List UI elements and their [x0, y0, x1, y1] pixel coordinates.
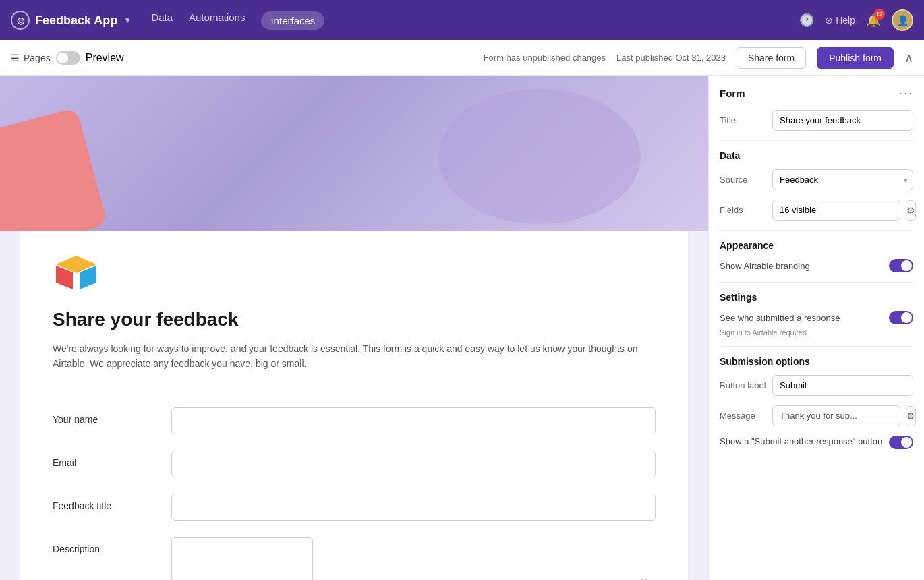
textarea-wrapper: @	[171, 537, 656, 580]
submit-another-row: Show a "Submit another response" button	[720, 436, 913, 449]
panel-title-label: Title	[720, 115, 767, 125]
preview-switch-knob	[57, 53, 68, 63]
toolbar: ☰ Pages Preview Form has unpublished cha…	[0, 40, 924, 76]
unpublished-status: Form has unpublished changes	[484, 53, 606, 63]
show-branding-toggle[interactable]	[889, 259, 913, 272]
submit-another-label: Show a "Submit another response" button	[720, 436, 884, 448]
app-icon: ◎	[11, 11, 30, 30]
panel-title-row: Title	[720, 110, 913, 131]
submit-another-toggle[interactable]	[889, 436, 913, 449]
preview-toggle[interactable]: Preview	[56, 51, 124, 65]
field-email-label: Email	[53, 451, 161, 468]
toolbar-status: Form has unpublished changes Last publis…	[484, 53, 726, 63]
nav-interfaces[interactable]: Interfaces	[261, 11, 324, 30]
panel-source-row: Source Feedback ▾	[720, 169, 913, 190]
help-button[interactable]: ⊘ Help	[825, 15, 855, 26]
nav-data[interactable]: Data	[151, 11, 173, 30]
panel-message-label: Message	[720, 411, 767, 421]
form-canvas: Share your feedback We're always looking…	[0, 76, 708, 580]
last-published: Last published Oct 31, 2023	[616, 53, 726, 63]
form-header-bg	[0, 76, 708, 231]
panel-fields-label: Fields	[720, 205, 767, 215]
see-who-toggle[interactable]	[889, 311, 913, 324]
history-button[interactable]: 🕐	[799, 13, 814, 28]
panel-form-header: Form ···	[720, 86, 913, 100]
avatar[interactable]: 👤	[892, 9, 913, 31]
publish-form-button[interactable]: Publish form	[817, 47, 894, 69]
notification-badge: 12	[874, 9, 885, 20]
field-feedback-title: Feedback title	[53, 494, 656, 521]
show-branding-knob	[901, 260, 912, 271]
notification-button[interactable]: 🔔 12	[866, 13, 881, 28]
field-description-label: Description	[53, 537, 161, 554]
panel-settings-label: Settings	[720, 292, 913, 303]
see-who-knob	[901, 312, 912, 323]
form-title: Share your feedback	[53, 309, 656, 330]
field-your-name-input[interactable]	[171, 407, 656, 434]
field-description: Description @	[53, 537, 656, 580]
panel-fields-row: Fields ⚙	[720, 200, 913, 221]
panel-title-input[interactable]	[772, 110, 913, 131]
field-your-name-label: Your name	[53, 407, 161, 425]
see-who-label: See who submitted a response	[720, 313, 840, 323]
source-select-wrapper: Feedback ▾	[772, 169, 913, 190]
main-layout: Share your feedback We're always looking…	[0, 76, 924, 580]
field-feedback-title-input[interactable]	[171, 494, 656, 521]
panel-form-title: Form	[720, 88, 745, 99]
hamburger-icon: ☰	[11, 53, 20, 63]
panel-message-input[interactable]	[772, 405, 900, 426]
form-body: Share your feedback We're always looking…	[20, 231, 688, 580]
see-who-row: See who submitted a response	[720, 311, 913, 324]
app-brand[interactable]: ◎ Feedback App ▾	[11, 11, 129, 30]
field-email: Email	[53, 451, 656, 477]
collapse-button[interactable]: ∧	[904, 51, 913, 65]
preview-switch[interactable]	[56, 51, 80, 65]
preview-label: Preview	[86, 52, 124, 64]
nav-links: Data Automations Interfaces	[151, 11, 324, 30]
field-email-input[interactable]	[171, 451, 656, 477]
submit-another-knob	[901, 437, 912, 448]
field-feedback-title-label: Feedback title	[53, 494, 161, 511]
panel-source-label: Source	[720, 175, 767, 185]
panel-message-gear-button[interactable]: ⚙	[906, 406, 916, 426]
panel-button-label-input[interactable]	[772, 375, 913, 396]
app-chevron[interactable]: ▾	[125, 16, 129, 25]
field-description-textarea[interactable]	[171, 537, 313, 580]
panel-submission-label: Submission options	[720, 356, 913, 367]
panel-fields-input[interactable]	[772, 200, 900, 221]
show-branding-label: Show Airtable branding	[720, 261, 810, 271]
panel-divider-3	[720, 282, 913, 283]
panel-more-button[interactable]: ···	[899, 86, 913, 100]
share-form-button[interactable]: Share form	[737, 47, 806, 69]
at-icon: @	[639, 577, 649, 580]
show-branding-row: Show Airtable branding	[720, 259, 913, 272]
form-divider	[53, 388, 656, 388]
form-logo	[53, 252, 656, 293]
panel-data-label: Data	[720, 150, 913, 161]
panel-button-label-text: Button label	[720, 380, 767, 390]
panel-divider-2	[720, 230, 913, 231]
app-name: Feedback App	[35, 13, 117, 28]
pages-button[interactable]: ☰ Pages	[11, 53, 51, 63]
toolbar-left: ☰ Pages Preview	[11, 51, 124, 65]
right-panel: Form ··· Title Data Source Feedback ▾ Fi…	[708, 76, 924, 580]
form-description: We're always looking for ways to improve…	[53, 341, 656, 372]
nav-right: 🕐 ⊘ Help 🔔 12 👤	[799, 9, 913, 31]
airtable-logo-icon	[53, 252, 100, 293]
sign-in-sublabel: Sign in to Airtable required.	[720, 328, 913, 337]
panel-message-row: Message ⚙	[720, 405, 913, 426]
field-your-name: Your name	[53, 407, 656, 434]
nav-automations[interactable]: Automations	[189, 11, 245, 30]
panel-divider-4	[720, 346, 913, 347]
panel-fields-gear-button[interactable]: ⚙	[906, 200, 916, 221]
panel-appearance-label: Appearance	[720, 240, 913, 251]
panel-source-select[interactable]: Feedback	[772, 169, 913, 190]
panel-button-label-row: Button label	[720, 375, 913, 396]
panel-divider-1	[720, 140, 913, 141]
top-nav: ◎ Feedback App ▾ Data Automations Interf…	[0, 0, 924, 40]
